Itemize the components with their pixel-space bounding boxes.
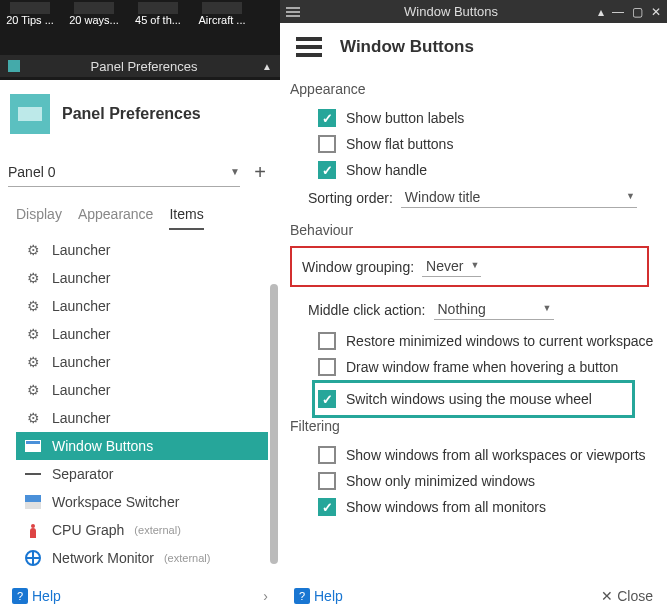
gear-icon: ⚙ [24,409,42,427]
item-label: Launcher [52,242,110,258]
list-item[interactable]: ⚙Launcher [20,292,280,320]
external-badge: (external) [134,524,180,536]
gear-icon: ⚙ [24,381,42,399]
sorting-order-select[interactable]: Window title▼ [401,187,637,208]
list-item[interactable]: Workspace Switcher [20,488,280,516]
only-minimized-checkbox[interactable] [318,472,336,490]
chevron-down-icon: ▼ [230,166,240,177]
window-buttons-dialog: Window Buttons ▴ — ▢ ✕ Window Buttons Ap… [280,0,667,614]
list-item[interactable]: ⚙Launcher [20,404,280,432]
all-monitors-checkbox[interactable] [318,498,336,516]
list-item[interactable]: CPU Graph(external) [20,516,280,544]
list-item[interactable]: ⚙Launcher [20,348,280,376]
network-icon [24,549,42,567]
chevron-up-icon[interactable]: ▲ [262,61,272,72]
gear-icon: ⚙ [24,577,42,578]
dialog-title: Window Buttons [340,37,474,57]
gear-icon: ⚙ [24,269,42,287]
page-title: Panel Preferences [62,105,201,123]
chevron-down-icon: ▼ [471,260,480,270]
desktop-shortcut[interactable]: Aircraft ... [192,2,252,45]
panel-icon [10,94,50,134]
desktop-shortcut[interactable]: 20 Tips ... [0,2,60,45]
maximize-button[interactable]: ▢ [632,5,643,19]
show-labels-checkbox[interactable] [318,109,336,127]
item-label: Network Monitor [52,550,154,566]
item-label: Window Buttons [52,438,153,454]
window-title: Window Buttons [304,4,598,19]
all-monitors-label: Show windows from all monitors [346,499,546,515]
show-flat-label: Show flat buttons [346,136,453,152]
all-workspaces-label: Show windows from all workspaces or view… [346,447,646,463]
panel-prefs-header: Panel Preferences [0,80,280,148]
draw-frame-checkbox[interactable] [318,358,336,376]
window-buttons-icon [24,437,42,455]
close-button[interactable]: ✕ Close [601,588,653,604]
item-label: Launcher [52,410,110,426]
gear-icon: ⚙ [24,241,42,259]
item-label: Launcher [52,354,110,370]
item-label: Launcher [52,298,110,314]
list-item[interactable]: Separator [20,460,280,488]
middle-click-label: Middle click action: [308,302,426,318]
tabs: Display Appearance Items [0,196,280,230]
all-workspaces-checkbox[interactable] [318,446,336,464]
close-icon: ✕ [601,588,613,604]
add-panel-button[interactable]: + [244,156,276,188]
minimize-button[interactable]: — [612,5,624,19]
list-item[interactable]: ⚙Launcher [20,264,280,292]
close-button-hidden[interactable]: › [263,588,268,604]
tab-items[interactable]: Items [169,202,203,230]
window-grouping-label: Window grouping: [302,259,414,275]
chevron-down-icon: ▼ [626,191,635,201]
help-button[interactable]: ? Help [294,588,343,604]
item-label: Workspace Switcher [52,494,179,510]
titlebar[interactable]: Window Buttons ▴ — ▢ ✕ [280,0,667,23]
show-handle-checkbox[interactable] [318,161,336,179]
mouse-wheel-checkbox[interactable] [318,390,336,408]
window-icon [8,60,20,72]
item-label: Launcher [52,382,110,398]
only-minimized-label: Show only minimized windows [346,473,535,489]
close-window-button[interactable]: ✕ [651,5,661,19]
list-item[interactable]: Network Monitor(external) [20,544,280,572]
menu-icon[interactable] [286,7,300,17]
panel-select[interactable]: Panel 0 ▼ [8,158,240,187]
list-item[interactable]: ⚙Launcher [20,376,280,404]
panel-preferences-window: Panel Preferences Panel 0 ▼ + Display Ap… [0,80,280,614]
tab-appearance[interactable]: Appearance [78,202,154,230]
show-handle-label: Show handle [346,162,427,178]
draw-frame-label: Draw window frame when hovering a button [346,359,618,375]
tab-display[interactable]: Display [16,202,62,230]
list-item[interactable]: Window Buttons [16,432,268,460]
gear-icon: ⚙ [24,297,42,315]
help-icon: ? [294,588,310,604]
panel-prefs-shade-titlebar[interactable]: Panel Preferences ▲ [0,55,280,77]
chevron-down-icon: ▼ [543,303,552,313]
filtering-section: Filtering [290,418,657,434]
list-item[interactable]: ⚙Notification Area(external) [20,572,280,578]
item-label: Separator [52,466,113,482]
restore-minimized-checkbox[interactable] [318,332,336,350]
desktop-shortcut[interactable]: 45 of th... [128,2,188,45]
show-labels-label: Show button labels [346,110,464,126]
list-item[interactable]: ⚙Launcher [20,236,280,264]
window-grouping-row: Window grouping: Never▼ [290,246,649,287]
list-item[interactable]: ⚙Launcher [20,320,280,348]
external-badge: (external) [164,552,210,564]
items-list[interactable]: ⚙Launcher⚙Launcher⚙Launcher⚙Launcher⚙Lau… [0,230,280,578]
gear-icon: ⚙ [24,325,42,343]
help-icon: ? [12,588,28,604]
show-flat-checkbox[interactable] [318,135,336,153]
desktop-shortcut[interactable]: 20 ways... [64,2,124,45]
item-label: Launcher [52,326,110,342]
help-button[interactable]: ? Help [12,588,61,604]
separator-icon [24,465,42,483]
scrollbar[interactable] [270,284,278,564]
shade-button[interactable]: ▴ [598,5,604,19]
window-grouping-select[interactable]: Never▼ [422,256,481,277]
restore-minimized-label: Restore minimized windows to current wor… [346,333,653,349]
window-title: Panel Preferences [26,59,262,74]
appearance-section: Appearance [290,81,657,97]
middle-click-select[interactable]: Nothing▼ [434,299,554,320]
